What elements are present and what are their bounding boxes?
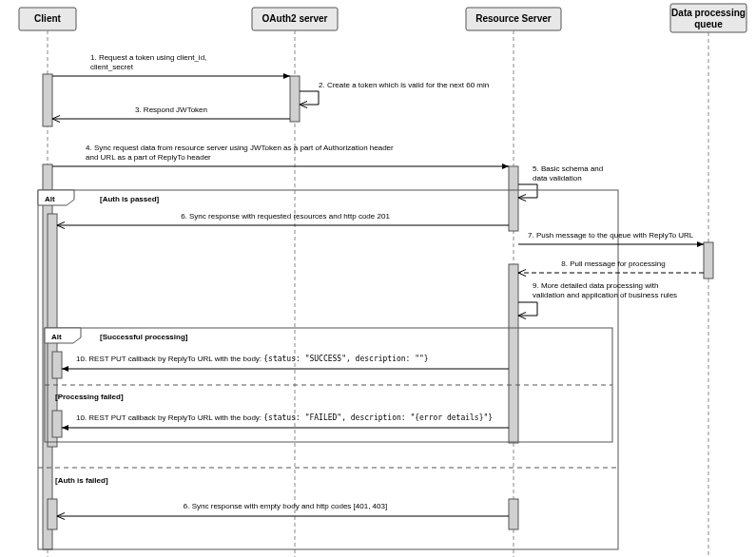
svg-text:Data processing: Data processing [671, 8, 746, 18]
msg-1-label: 1. Request a token using client_id, [90, 53, 206, 62]
alt-inner-label: Alt [51, 333, 62, 341]
msg-10a-label: 10. REST PUT callback by ReplyTo URL wit… [76, 355, 429, 363]
activation [48, 499, 57, 529]
msg-8-label: 8. Pull message for processing [561, 259, 665, 268]
guard-auth-failed: [Auth is failed] [55, 476, 108, 485]
msg-7-label: 7. Push message to the queue with ReplyT… [528, 231, 694, 240]
alt-outer-label: Alt [45, 195, 55, 203]
msg-4-label: 4. Sync request data from resource serve… [86, 144, 394, 152]
activation [509, 499, 518, 529]
svg-text:Resource Server: Resource Server [475, 13, 552, 24]
msg-6b-label: 6. Sync response with empty body and htt… [184, 502, 387, 510]
svg-text:queue: queue [694, 19, 723, 29]
msg-5-label-2: data validation [533, 174, 582, 182]
msg-3-label: 3. Respond JWToken [135, 106, 207, 114]
guard-auth-passed: [Auth is passed] [100, 195, 160, 203]
msg-4-label-2: and URL as a part of ReplyTo header [86, 153, 211, 162]
svg-text:OAuth2 server: OAuth2 server [262, 13, 328, 24]
msg-2-label: 2. Create a token which is valid for the… [319, 81, 489, 89]
msg-9-label-2: validation and application of business r… [533, 291, 677, 299]
msg-5-label: 5. Basic schema and [533, 164, 603, 173]
guard-success: [Successful processing] [100, 333, 188, 341]
alt-outer-header [38, 190, 74, 205]
msg-9-label: 9. More detailed data processing with [533, 281, 659, 290]
activation [704, 242, 713, 278]
participant-oauth2-server: OAuth2 server [252, 8, 338, 30]
msg-9-self [518, 302, 537, 316]
activation [509, 264, 518, 443]
msg-2-self [300, 91, 319, 105]
participant-data-processing-queue: Data processing queue [670, 4, 746, 32]
participant-client: Client [19, 8, 76, 30]
msg-5-self [518, 184, 537, 198]
activation [52, 411, 62, 437]
alt-inner-header [45, 328, 81, 343]
participant-resource-server: Resource Server [466, 8, 561, 30]
msg-6a-label: 6. Sync response with requested resource… [181, 212, 390, 221]
activation [52, 352, 62, 378]
msg-10b-label: 10. REST PUT callback by ReplyTo URL wit… [76, 413, 493, 422]
svg-text:Client: Client [34, 13, 61, 24]
activation [290, 76, 300, 122]
guard-processing-failed: [Processing failed] [55, 393, 124, 401]
msg-1-label-2: client_secret [90, 63, 134, 71]
sequence-diagram: Client OAuth2 server Resource Server Dat… [0, 0, 756, 557]
activation [43, 74, 52, 126]
activation [509, 166, 518, 231]
